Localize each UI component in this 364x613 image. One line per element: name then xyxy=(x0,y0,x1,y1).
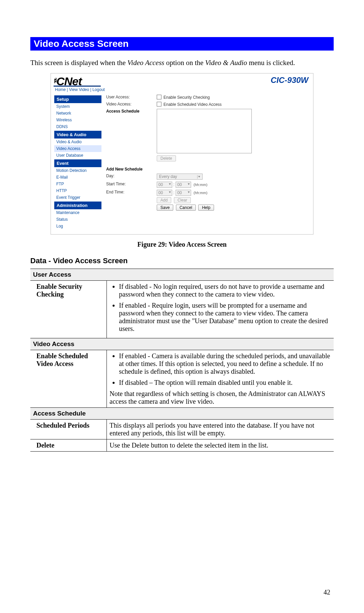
table-section-access-schedule: Access Schedule xyxy=(30,408,334,420)
top-nav-links[interactable]: Home | View Video | Logout xyxy=(51,87,313,92)
bullet: If enabled - Require login, users will b… xyxy=(119,302,331,333)
hhmm-hint: (hh:mm) xyxy=(193,183,207,187)
start-hour-select[interactable]: 00 xyxy=(157,182,172,188)
start-time-label: Start Time: xyxy=(106,182,157,188)
intro-text-1: This screen is displayed when the xyxy=(30,59,127,67)
intro-em-1: Video Access xyxy=(127,59,164,67)
start-minute-select[interactable]: 00 xyxy=(176,182,191,188)
day-select-value: Every day xyxy=(159,174,177,179)
nav-item-video-access[interactable]: Video Access xyxy=(54,145,101,152)
user-access-label: User Access: xyxy=(106,95,157,100)
enable-security-label: Enable Security Checking xyxy=(163,95,210,100)
logo-text: CNet xyxy=(56,75,82,88)
intro-text-2: option on the xyxy=(164,59,205,67)
bullet: If enabled - Camera is available during … xyxy=(119,352,331,375)
data-section-title: Data - Video Access Screen xyxy=(30,256,334,265)
hhmm-hint: (hh:mm) xyxy=(193,191,207,195)
intro-text-3: menu is clicked. xyxy=(247,59,295,67)
figure-caption: Figure 29: Video Access Screen xyxy=(30,241,334,248)
delete-button[interactable]: Delete xyxy=(157,155,176,161)
day-select[interactable]: Every day xyxy=(157,174,203,180)
row-delete-val: Use the Delete button to delete the sele… xyxy=(107,439,334,452)
enable-scheduled-checkbox[interactable] xyxy=(157,102,161,106)
row-enable-scheduled-val: If enabled - Camera is available during … xyxy=(107,350,334,408)
table-section-video-access: Video Access xyxy=(30,338,334,350)
cancel-button[interactable]: Cancel xyxy=(176,205,196,211)
nav-item-maintenance[interactable]: Maintenance xyxy=(54,209,101,216)
video-access-label: Video Access: xyxy=(106,102,157,107)
form-area: User Access: Enable Security Checking Vi… xyxy=(106,95,310,229)
nav-item-wireless[interactable]: Wireless xyxy=(54,117,101,123)
row-enable-security-key: Enable Security Checking xyxy=(30,281,107,338)
chevron-down-icon xyxy=(197,175,201,179)
access-schedule-heading: Access Schedule xyxy=(106,109,157,161)
page-banner: Video Access Screen xyxy=(30,37,334,51)
row-delete-key: Delete xyxy=(30,439,107,452)
nav-item-http[interactable]: HTTP xyxy=(54,187,101,194)
save-button[interactable]: Save xyxy=(157,205,173,211)
bullet: If disabled – The option will remain dis… xyxy=(119,379,331,387)
day-label: Day: xyxy=(106,174,157,180)
chevron-down-icon xyxy=(187,183,190,186)
row-enable-security-val: If disabled - No login required, users d… xyxy=(107,281,334,338)
nav-item-system[interactable]: System xyxy=(54,103,101,110)
nav-item-email[interactable]: E-Mail xyxy=(54,174,101,181)
end-minute-value: 00 xyxy=(177,190,182,195)
nav-header-administration: Administration xyxy=(54,202,101,209)
nav-item-user-database[interactable]: User Database xyxy=(54,152,101,159)
nav-item-motion-detection[interactable]: Motion Detection xyxy=(54,167,101,174)
admin-note: Note that regardless of which setting is… xyxy=(110,390,331,405)
intro-paragraph: This screen is displayed when the Video … xyxy=(30,59,334,67)
nav-header-event: Event xyxy=(54,159,101,167)
add-button[interactable]: Add xyxy=(157,197,171,203)
end-time-label: End Time: xyxy=(106,190,157,211)
start-hour-value: 00 xyxy=(158,182,163,187)
device-model: CIC-930W xyxy=(271,75,308,85)
nav-header-setup: Setup xyxy=(54,95,101,103)
row-scheduled-periods-val: This displays all periods you have enter… xyxy=(107,420,334,439)
end-hour-select[interactable]: 00 xyxy=(157,190,172,196)
enable-scheduled-label: Enable Scheduled Video Access xyxy=(163,102,222,107)
add-new-schedule-heading: Add New Schedule xyxy=(106,167,157,172)
nav-item-log[interactable]: Log xyxy=(54,223,101,229)
end-hour-value: 00 xyxy=(158,190,163,195)
start-minute-value: 00 xyxy=(177,182,182,187)
chevron-down-icon xyxy=(169,191,171,194)
chevron-down-icon xyxy=(187,191,190,194)
bullet: If disabled - No login required, users d… xyxy=(119,283,331,298)
brand-logo: ♯CNet xyxy=(54,75,101,87)
row-scheduled-periods-key: Scheduled Periods xyxy=(30,420,107,439)
nav-item-video-audio[interactable]: Video & Audio xyxy=(54,139,101,145)
row-enable-scheduled-key: Enable Scheduled Video Access xyxy=(30,350,107,408)
nav-item-event-trigger[interactable]: Event Trigger xyxy=(54,194,101,201)
table-section-user-access: User Access xyxy=(30,269,334,281)
end-minute-select[interactable]: 00 xyxy=(176,190,191,196)
intro-em-2: Video & Audio xyxy=(205,59,247,67)
schedule-listbox[interactable] xyxy=(157,109,252,153)
nav-item-ddns[interactable]: DDNS xyxy=(54,123,101,130)
chevron-down-icon xyxy=(169,183,171,186)
side-navigation: Setup System Network Wireless DDNS Video… xyxy=(54,95,101,229)
nav-item-network[interactable]: Network xyxy=(54,110,101,117)
enable-security-checkbox[interactable] xyxy=(157,95,161,99)
nav-header-video-audio: Video & Audio xyxy=(54,131,101,139)
nav-item-status[interactable]: Status xyxy=(54,216,101,223)
clear-button[interactable]: Clear xyxy=(174,197,191,203)
data-table: User Access Enable Security Checking If … xyxy=(30,269,334,452)
page-number: 42 xyxy=(324,588,330,596)
embedded-screenshot: ♯CNet CIC-930W Home | View Video | Logou… xyxy=(51,73,313,235)
help-button[interactable]: Help xyxy=(198,205,214,211)
nav-item-ftp[interactable]: FTP xyxy=(54,181,101,187)
